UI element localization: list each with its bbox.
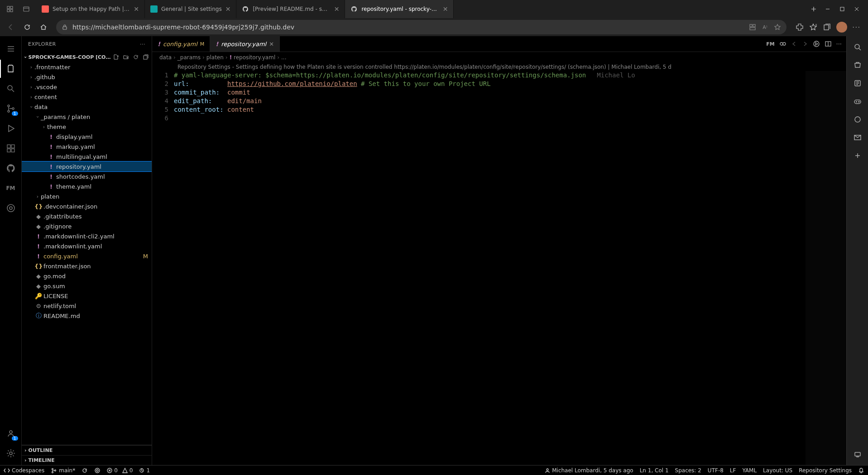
tree-file[interactable]: ◆.gitignore <box>22 221 152 231</box>
edge-plus-icon[interactable] <box>850 148 865 163</box>
close-icon[interactable]: ✕ <box>269 41 274 48</box>
frontmatter-icon[interactable]: FM <box>0 178 22 198</box>
tree-file[interactable]: 🔑LICENSE <box>22 291 152 301</box>
workspaces-icon[interactable] <box>4 3 16 15</box>
keyboard-layout[interactable]: Layout: US <box>763 467 792 474</box>
code-editor[interactable]: 123456 # yaml-language-server: $schema=h… <box>152 71 846 465</box>
minimap[interactable] <box>806 71 846 465</box>
tree-file[interactable]: ◆go.sum <box>22 281 152 291</box>
compare-icon[interactable] <box>779 40 786 48</box>
window-minimize-button[interactable] <box>825 6 831 12</box>
collections-icon[interactable] <box>823 23 831 31</box>
search-icon[interactable] <box>0 79 22 99</box>
back-button[interactable] <box>4 20 18 34</box>
window-maximize-button[interactable] <box>839 6 845 12</box>
breadcrumb-item[interactable]: _params <box>177 54 201 61</box>
close-icon[interactable]: ✕ <box>443 5 448 13</box>
schema-status[interactable]: Repository Settings <box>799 467 852 474</box>
indentation[interactable]: Spaces: 2 <box>675 467 701 474</box>
tree-folder[interactable]: data <box>22 102 152 112</box>
tree-file[interactable]: ◆.gitattributes <box>22 211 152 221</box>
tab-actions-icon[interactable] <box>20 3 33 15</box>
run-debug-icon[interactable] <box>0 119 22 138</box>
explorer-icon[interactable] <box>0 59 22 79</box>
settings-gear-icon[interactable] <box>0 443 22 463</box>
favorites-bar-icon[interactable] <box>809 23 817 31</box>
outline-section[interactable]: OUTLINE <box>22 445 152 455</box>
codelens[interactable]: Repository Settings - Settings defining … <box>152 63 846 71</box>
app-mode-icon[interactable] <box>749 24 756 31</box>
extensions-activity-icon[interactable] <box>0 138 22 158</box>
ports-indicator[interactable] <box>94 467 101 474</box>
browser-tab[interactable]: repository.yaml - sprocky-games✕ <box>345 0 454 18</box>
window-close-button[interactable] <box>854 6 860 12</box>
extensions-icon[interactable] <box>796 23 804 31</box>
edge-shopping-icon[interactable] <box>850 58 865 72</box>
breadcrumbs[interactable]: data›_params›platen›! repository.yaml›..… <box>152 52 846 63</box>
home-button[interactable] <box>36 20 51 34</box>
tree-file[interactable]: !.markdownlint.yaml <box>22 241 152 251</box>
fm-icon[interactable]: FM <box>766 41 774 47</box>
tree-folder[interactable]: .frontmatter <box>22 62 152 72</box>
language-mode[interactable]: YAML <box>742 467 757 474</box>
codespaces-indicator[interactable]: Codespaces <box>4 467 44 474</box>
tree-folder[interactable]: _params / platen <box>22 112 152 122</box>
read-aloud-icon[interactable]: A⁾ <box>762 24 767 30</box>
menu-icon[interactable] <box>0 39 22 59</box>
tree-file[interactable]: !repository.yaml <box>22 162 152 171</box>
breadcrumb-item[interactable]: ... <box>281 54 286 61</box>
address-bar[interactable]: https://michaeltlombardi-supreme-robot-6… <box>56 20 786 34</box>
next-change-icon[interactable] <box>802 41 808 47</box>
edge-office-icon[interactable] <box>850 112 865 127</box>
accounts-icon[interactable]: 1 <box>0 423 22 443</box>
tree-file[interactable]: ◆go.mod <box>22 271 152 281</box>
source-control-icon[interactable]: 1 <box>0 99 22 119</box>
tree-file[interactable]: !multilingual.yaml <box>22 152 152 162</box>
branch-indicator[interactable]: main* <box>51 467 75 474</box>
new-file-icon[interactable] <box>113 54 119 60</box>
edge-settings-icon[interactable] <box>850 447 865 461</box>
tree-file[interactable]: {}.devcontainer.json <box>22 201 152 211</box>
github-icon[interactable] <box>0 158 22 178</box>
tree-file[interactable]: ⚙netlify.toml <box>22 301 152 311</box>
tree-file[interactable]: !markup.yaml <box>22 142 152 152</box>
sync-indicator[interactable] <box>82 467 88 474</box>
tree-folder[interactable]: .github <box>22 72 152 82</box>
close-icon[interactable]: ✕ <box>334 5 340 13</box>
new-folder-icon[interactable] <box>123 54 129 60</box>
prev-change-icon[interactable] <box>791 41 797 47</box>
timeline-section[interactable]: TIMELINE <box>22 455 152 465</box>
breadcrumb-item[interactable]: data <box>159 54 172 61</box>
edge-tools-icon[interactable] <box>850 76 865 90</box>
browser-tab[interactable]: [Preview] README.md - sprocky✕ <box>236 0 345 18</box>
edge-outlook-icon[interactable] <box>850 130 865 145</box>
new-tab-button[interactable] <box>807 3 820 15</box>
tree-file[interactable]: !theme.yaml <box>22 181 152 191</box>
editor-tab[interactable]: !repository.yaml✕ <box>210 36 280 52</box>
profile-avatar[interactable] <box>836 22 847 33</box>
remote-explorer-icon[interactable] <box>0 198 22 218</box>
tree-file[interactable]: {}frontmatter.json <box>22 261 152 271</box>
refresh-button[interactable] <box>20 20 34 34</box>
tree-folder[interactable]: content <box>22 92 152 102</box>
split-editor-icon[interactable] <box>825 40 832 48</box>
tree-file[interactable]: !config.yamlM <box>22 251 152 261</box>
notifications-icon[interactable] <box>858 467 864 474</box>
tree-file[interactable]: !.markdownlint-cli2.yaml <box>22 231 152 241</box>
file-tree[interactable]: .frontmatter.github.vscodecontentdata_pa… <box>22 62 152 445</box>
breadcrumb-item[interactable]: ! repository.yaml <box>230 54 276 61</box>
run-icon[interactable] <box>813 40 820 48</box>
collapse-all-icon[interactable] <box>143 54 149 60</box>
problems-indicator[interactable]: 0 0 <box>107 467 133 474</box>
favorite-icon[interactable] <box>774 24 781 31</box>
encoding[interactable]: UTF-8 <box>708 467 724 474</box>
browser-tab[interactable]: Setup on the Happy Path | Platen✕ <box>36 0 145 18</box>
blame-status[interactable]: Michael Lombardi, 5 days ago <box>545 467 633 474</box>
tree-file[interactable]: ⓘREADME.md <box>22 311 152 321</box>
cursor-position[interactable]: Ln 1, Col 1 <box>640 467 669 474</box>
editor-tab[interactable]: !config.yamlM <box>152 36 210 52</box>
edge-search-icon[interactable] <box>850 40 865 54</box>
breadcrumb-item[interactable]: platen <box>206 54 224 61</box>
browser-tab[interactable]: General | Site settings✕ <box>145 0 236 18</box>
eol[interactable]: LF <box>730 467 736 474</box>
